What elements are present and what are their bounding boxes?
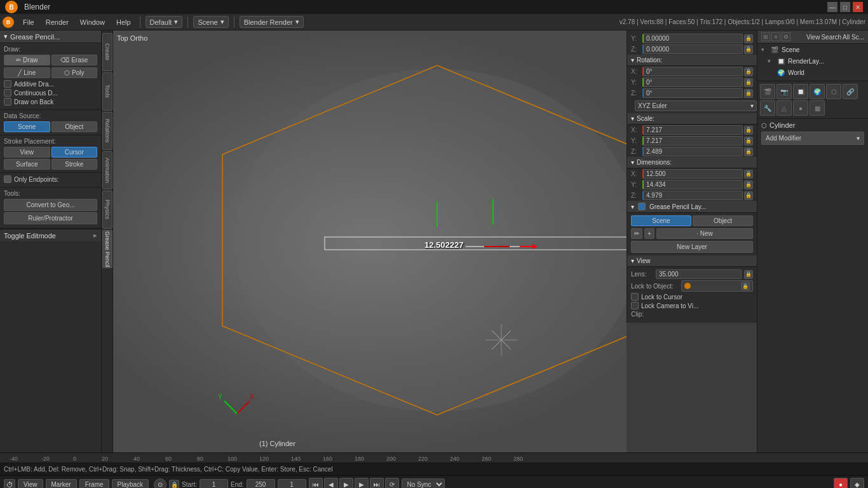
lock-dy-button[interactable]: 🔒: [744, 180, 753, 189]
material-tab[interactable]: ●: [793, 100, 808, 116]
outliner-icon2[interactable]: ≡: [771, 32, 780, 41]
view-tab[interactable]: View: [806, 34, 820, 41]
data-tab[interactable]: △: [776, 100, 792, 116]
outliner-icon3[interactable]: ⚙: [782, 32, 790, 41]
ruler-protractor-button[interactable]: Ruler/Protractor: [4, 212, 97, 224]
endpoints-checkbox[interactable]: [4, 175, 11, 183]
sync-selector[interactable]: No Sync: [402, 478, 445, 488]
physics-tab[interactable]: Physics: [102, 191, 112, 229]
grease-pencil-header[interactable]: ▾ Grease Pencil...: [0, 30, 101, 43]
euler-selector[interactable]: XYZ Euler ▾: [635, 100, 757, 111]
frame-button[interactable]: Frame: [79, 479, 109, 488]
menu-help[interactable]: Help: [111, 17, 136, 27]
lock-z-button[interactable]: 🔒: [744, 45, 753, 54]
playback-button[interactable]: Playback: [112, 479, 149, 488]
convert-geo-button[interactable]: Convert to Geo...: [4, 199, 97, 211]
object-datasource-button[interactable]: Object: [51, 121, 98, 132]
end-frame-input[interactable]: 250: [247, 479, 275, 488]
lock-object-icon[interactable]: 🔒: [741, 281, 750, 290]
render-layers-tab[interactable]: 🔲: [793, 84, 808, 99]
location-z-input[interactable]: 0.00000: [642, 44, 743, 54]
poly-button[interactable]: ⬡ Poly: [51, 67, 98, 78]
lock-sx-button[interactable]: 🔒: [744, 126, 753, 135]
loop-button[interactable]: ⟳: [385, 478, 399, 489]
tools-tab[interactable]: Tools: [102, 72, 112, 111]
scene-selector[interactable]: Scene ▾: [193, 16, 228, 28]
rotation-x-input[interactable]: 0°: [642, 67, 743, 76]
draw-button[interactable]: ✏ Draw: [4, 55, 50, 65]
render-layer-item[interactable]: ▾ 🔲 RenderLay...: [757, 55, 868, 67]
scene-datasource-button[interactable]: Scene: [4, 121, 50, 132]
lock-dz-button[interactable]: 🔒: [744, 191, 753, 200]
lock-sy-button[interactable]: 🔒: [744, 137, 753, 146]
relations-tab[interactable]: Relations: [102, 112, 112, 150]
new-layer-button[interactable]: New Layer: [631, 241, 753, 253]
line-button[interactable]: ╱ Line: [4, 67, 50, 78]
rotation-y-input[interactable]: 0°: [642, 78, 743, 87]
lock-lens-button[interactable]: 🔒: [744, 270, 753, 279]
current-frame-input[interactable]: 1: [278, 479, 306, 488]
allsc-tab[interactable]: All Sc...: [843, 34, 864, 41]
lock-dx-button[interactable]: 🔒: [744, 170, 753, 179]
additive-checkbox[interactable]: [4, 80, 11, 88]
search-tab[interactable]: Search: [821, 34, 841, 41]
viewport[interactable]: Top Ortho: [113, 30, 627, 452]
record-button[interactable]: ●: [834, 478, 848, 489]
lock-rx-button[interactable]: 🔒: [744, 67, 753, 76]
lock-sz-button[interactable]: 🔒: [744, 147, 753, 156]
menu-file[interactable]: File: [18, 17, 39, 27]
lock-object-input[interactable]: 🔒: [681, 280, 753, 292]
gp-visible-checkbox[interactable]: [638, 203, 646, 210]
view-bottom-button[interactable]: View: [18, 479, 43, 488]
view-placement-button[interactable]: View: [4, 147, 50, 158]
next-frame-button[interactable]: ▶: [355, 478, 369, 489]
world-prop-tab[interactable]: 🌍: [810, 84, 825, 99]
dim-z-input[interactable]: 4.979: [642, 191, 743, 200]
gp-scene-button[interactable]: Scene: [631, 215, 691, 226]
menu-render[interactable]: Render: [41, 17, 74, 27]
scale-x-input[interactable]: 7.217: [642, 125, 743, 135]
scale-y-input[interactable]: 7.217: [642, 136, 743, 146]
lock-camera-checkbox[interactable]: [631, 302, 639, 309]
continuous-checkbox[interactable]: [4, 89, 11, 97]
scale-z-input[interactable]: 2.489: [642, 147, 743, 156]
modifier-tab[interactable]: 🔧: [760, 100, 775, 116]
jump-start-button[interactable]: ⏮: [309, 478, 323, 489]
cursor-placement-button[interactable]: Cursor: [51, 147, 98, 158]
scene-prop-tab[interactable]: 🎬: [760, 84, 775, 99]
stroke-placement-button[interactable]: Stroke: [51, 159, 98, 170]
gp-object-button[interactable]: Object: [693, 215, 753, 226]
keying-button[interactable]: ◆: [850, 478, 864, 489]
new-label-button[interactable]: · New: [656, 228, 753, 239]
lock-cursor-checkbox[interactable]: [631, 293, 639, 301]
surface-placement-button[interactable]: Surface: [4, 159, 50, 170]
dim-x-input[interactable]: 12.500: [642, 169, 743, 179]
renderer-selector[interactable]: Blender Render ▾: [240, 16, 304, 28]
world-item[interactable]: 🌍 World: [757, 67, 868, 78]
render-prop-tab[interactable]: 📷: [776, 84, 792, 99]
minimize-button[interactable]: —: [827, 2, 837, 12]
start-frame-input[interactable]: 1: [200, 479, 228, 488]
lock-y-button[interactable]: 🔒: [744, 34, 753, 43]
dim-y-input[interactable]: 14.434: [642, 180, 743, 189]
timeline-icon[interactable]: ⏱: [4, 479, 15, 489]
menu-window[interactable]: Window: [75, 17, 110, 27]
draw-on-back-checkbox[interactable]: [4, 98, 11, 105]
object-prop-tab[interactable]: ⬡: [826, 84, 841, 99]
constraint-tab[interactable]: 🔗: [843, 84, 858, 99]
texture-tab[interactable]: ▦: [810, 100, 825, 116]
jump-end-button[interactable]: ⏭: [370, 478, 384, 489]
create-tab[interactable]: Create: [102, 33, 112, 71]
location-y-input[interactable]: 0.00000: [642, 34, 743, 43]
lens-input[interactable]: 35.000: [656, 269, 742, 279]
pencil-edit-button[interactable]: ✏: [631, 228, 642, 239]
window-controls[interactable]: — □ ✕: [827, 2, 863, 12]
clock-icon[interactable]: ⊙: [154, 478, 166, 489]
animation-tab[interactable]: Animation: [102, 151, 112, 189]
grease-pencil-tab[interactable]: Grease Pencil: [102, 230, 112, 268]
workspace-selector[interactable]: Default ▾: [146, 16, 183, 28]
lock-rz-button[interactable]: 🔒: [744, 89, 753, 98]
add-modifier-button[interactable]: Add Modifier ▾: [761, 132, 864, 145]
lock-ry-button[interactable]: 🔒: [744, 78, 753, 87]
marker-button[interactable]: Marker: [46, 479, 77, 488]
